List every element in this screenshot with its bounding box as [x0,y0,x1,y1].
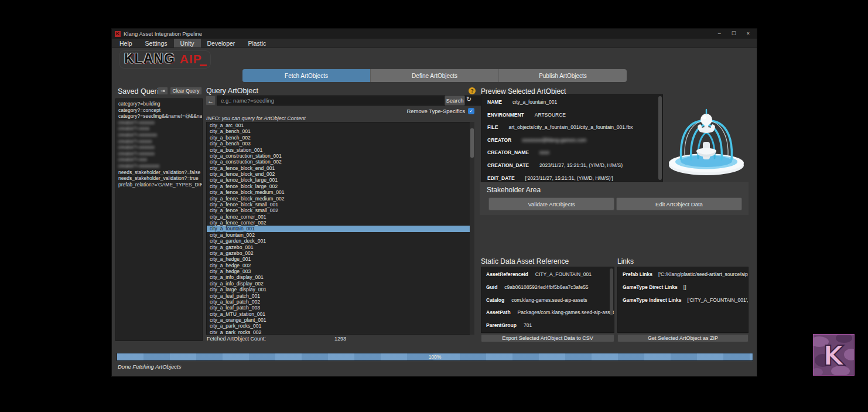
artobject-list-item[interactable]: city_a_fence_corner_002 [207,220,474,226]
artobject-list-item[interactable]: city_a_fence_block_medium_001 [207,189,474,195]
field-value: 2023/11/27, 15:21:31, (Y/M/D, H/M/S) [539,162,623,168]
preview-field-row: CREATOR_NAME xxxx [481,145,662,158]
artobject-list-item[interactable]: city_a_hedge_002 [207,263,474,268]
field-value: c9ab061085924ed4fbf5b6ea7c3afe55 [504,284,588,290]
main-tab[interactable]: Publish ArtObjects [499,69,627,82]
artobject-list-item[interactable]: city_a_garden_deck_001 [207,238,474,244]
edit-artobject-data-button[interactable]: Edit ArtObject Data [616,198,742,210]
artobject-list-item[interactable]: city_a_info_display_001 [207,274,474,280]
artobject-list-item[interactable]: city_a_fence_block_end_001 [207,165,474,171]
artobject-list-item[interactable]: city_a_park_rocks_001 [207,323,474,329]
saved-query-item[interactable]: category?=concept [116,107,202,114]
static-data-field-row: AssetPath Packages/com.klang-games.seed-… [481,305,614,318]
close-icon[interactable]: × [747,29,750,39]
artobject-list-item[interactable]: city_a_bench_002 [207,135,474,141]
menu-item[interactable]: Settings [139,39,174,47]
saved-query-item[interactable]: category?=seedling&&name!=@&&na... [116,113,202,120]
saved-query-item[interactable]: prefab_relation?='GAME_TYPES_DIRECT':... [116,182,202,188]
back-arrow-icon: ← [207,97,214,104]
artobject-list-item[interactable]: city_a_fountain_001 [207,226,474,231]
field-key: Catalog [486,297,504,303]
query-artobject-title: Query ArtObject [206,87,258,95]
artobject-list-item[interactable]: city_a_leaf_patch_002 [207,299,474,305]
menu-item[interactable]: Unity [174,39,201,47]
artobject-list-item[interactable]: city_a_orange_plant_001 [207,317,474,323]
klang-taskbar-badge[interactable]: K [813,334,855,376]
saved-query-item[interactable]: creator?=xxxxxxx [116,132,202,138]
saved-query-item[interactable]: creator?=xxxxxx [116,144,202,151]
field-key: CREATOR [487,137,511,143]
maximize-icon[interactable]: ☐ [732,29,736,39]
menu-item[interactable]: Developer [201,39,242,47]
links-field-row: GameType Indirect Links ['CITY_A_FOUNTAI… [618,293,748,306]
artobject-list-item[interactable]: city_a_large_display_001 [207,287,474,292]
klang-aip-logo: KLANG AIP [119,50,211,69]
saved-query-item[interactable]: creator?=xxxx [116,125,202,132]
titlebar[interactable]: K Klang Asset Integration Pipeline – ☐ × [112,29,757,39]
validate-artobjects-button[interactable]: Validate ArtObjects [488,198,614,210]
artobject-list-item[interactable]: city_a_bus_station_001 [207,147,474,153]
artobject-list-item[interactable]: city_a_MTU_station_001 [207,311,474,317]
saved-query-item[interactable]: category?=building [116,101,202,107]
menu-item[interactable]: Help [113,39,139,47]
saved-query-item[interactable]: creator?=xxxxx [116,138,202,145]
export-csv-button[interactable]: Export Selected ArtObject Data to CSV [481,334,614,342]
artobject-list-item[interactable]: city_a_fence_corner_001 [207,214,474,220]
field-value: com.klang-games.seed-aip-assets [511,297,587,303]
artobject-list-item[interactable]: city_a_leaf_patch_001 [207,293,474,299]
refresh-button[interactable]: ↻ [466,96,476,105]
remove-type-specifics-checkbox[interactable]: ✓ [468,108,474,114]
main-tab[interactable]: Define ArtObjects [371,69,499,82]
preview-scrollbar[interactable] [658,96,662,180]
artobject-list-item[interactable]: city_a_bench_001 [207,128,474,134]
artobject-list-item[interactable]: city_a_construction_station_002 [207,159,474,165]
status-text: Done Fetching ArtObjects [118,363,181,370]
clear-query-button[interactable]: Clear Query [170,87,202,95]
menu-item[interactable]: Plastic [241,39,272,47]
saved-query-item[interactable]: creator?=xxxxxxxx [116,163,202,169]
artobject-list-item[interactable]: city_a_info_display_002 [207,281,474,287]
klang-app-icon: K [115,31,121,37]
artobject-list-item[interactable]: city_a_park_rocks_002 [207,329,474,335]
artobject-list-item[interactable]: city_a_fence_block_large_002 [207,183,474,189]
minimize-icon[interactable]: – [718,29,721,39]
artobject-list-item[interactable]: city_a_hedge_003 [207,268,474,274]
artobject-list-item[interactable]: city_a_arc_001 [207,122,474,128]
field-value: 701 [524,322,532,328]
artobject-list-item[interactable]: city_a_fence_block_large_001 [207,177,474,183]
saved-query-item[interactable]: creator?=xxx [116,156,202,163]
artobject-list-item[interactable]: city_a_gazebo_001 [207,244,474,250]
preview-field-row: CREATION_DATE 2023/11/27, 15:21:31, (Y/M… [481,158,662,171]
results-scrollbar[interactable] [470,122,474,335]
help-icon[interactable]: ? [469,87,476,94]
field-key: CREATOR_NAME [487,149,529,155]
artobject-list-item[interactable]: city_a_fence_block_end_002 [207,171,474,177]
artobject-list-item[interactable]: city_a_fence_block_small_001 [207,202,474,207]
main-tab[interactable]: Fetch ArtObjects [242,69,371,82]
artobject-list-item[interactable]: city_a_fountain_002 [207,232,474,238]
field-key: GameType Direct Links [623,284,678,290]
static-data-panel: AssetReferenceId CITY_A_FOUNTAIN_001 Gui… [481,267,614,333]
refresh-icon: ↻ [466,96,471,103]
search-button[interactable]: Search [445,96,465,105]
saved-query-item[interactable]: needs_stakeholder_validation?=true [116,175,202,182]
back-button[interactable]: ← [206,96,216,105]
results-scrollbar-thumb[interactable] [470,128,474,158]
artobject-list-item[interactable]: city_a_fence_block_small_002 [207,207,474,213]
field-value: [] [684,284,686,290]
static-data-field-row: AssetReferenceId CITY_A_FOUNTAIN_001 [481,267,614,280]
window-controls: – ☐ × [718,29,757,39]
artobject-list-item[interactable]: city_a_construction_station_001 [207,153,474,159]
artobject-list-item[interactable]: city_a_fence_block_medium_002 [207,196,474,202]
artobject-list-item[interactable]: city_a_gazebo_002 [207,250,474,256]
artobject-list-item[interactable]: city_a_hedge_001 [207,256,474,262]
apply-query-button[interactable]: ⇥ [158,87,168,95]
saved-query-item[interactable]: creator?=xxxxxx [116,120,202,126]
saved-query-item[interactable]: creator?=xxxxxx [116,151,202,157]
artobject-list-item[interactable]: city_a_leaf_patch_003 [207,305,474,311]
get-zip-button[interactable]: Get Selected ArtObject as ZIP [617,334,749,342]
fountain-image [665,90,747,184]
artobject-list-item[interactable]: city_a_bench_003 [207,141,474,147]
static-data-scrollbar[interactable] [610,268,613,315]
saved-query-item[interactable]: needs_stakeholder_validation?=false [116,169,202,176]
